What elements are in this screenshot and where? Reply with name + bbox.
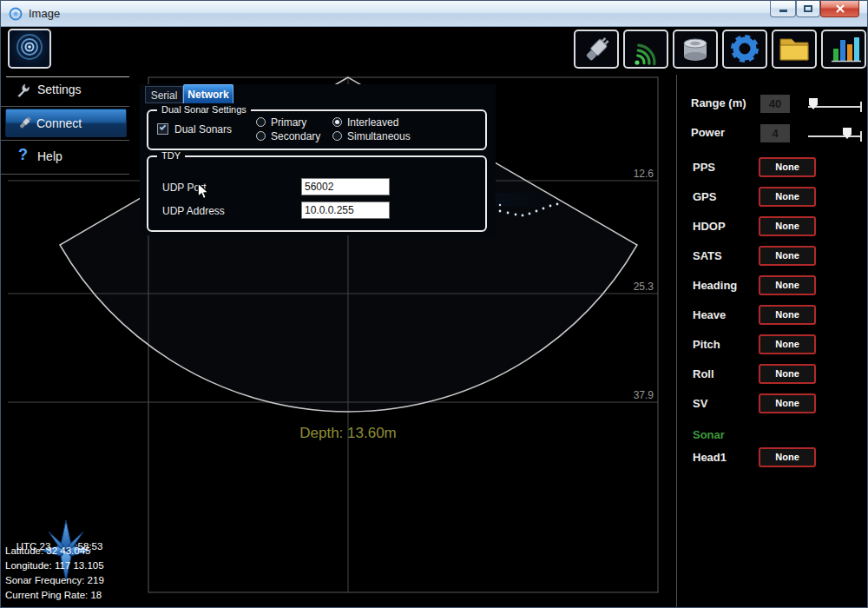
window-icon <box>9 7 23 21</box>
sidebar-divider <box>1 140 129 141</box>
power-value: 4 <box>760 124 790 142</box>
sensor-label-hdop: HDOP <box>693 220 726 233</box>
range-label: Range (m) <box>691 96 746 109</box>
sensor-label-pitch: Pitch <box>693 338 720 351</box>
sidebar-item-label: Settings <box>37 83 82 96</box>
sensor-label-pps: PPS <box>693 161 715 174</box>
maximize-button[interactable] <box>796 1 820 17</box>
range-slider-handle[interactable] <box>809 98 818 109</box>
sensor-label-roll: Roll <box>693 367 714 380</box>
dual-sonars-label: Dual Sonars <box>174 123 232 135</box>
sidebar-item-label: Connect <box>36 116 82 130</box>
status-sonar-frequency: Sonar Frequency: 219 <box>5 575 104 585</box>
sensor-label-gps: GPS <box>693 190 716 203</box>
gear-icon <box>724 31 766 67</box>
tab-network[interactable]: Network <box>183 84 233 103</box>
right-panel: Range (m) 40 Power 4 PPS None GPS None H… <box>678 75 867 607</box>
help-question-icon: ? <box>18 146 28 164</box>
radio-secondary-label: Secondary <box>271 130 320 142</box>
toolbar-files-button[interactable] <box>772 30 817 69</box>
status-latitude: Latitude: 32 43.045 <box>5 545 90 556</box>
minimize-button[interactable] <box>770 1 796 17</box>
toolbar-disk-button[interactable] <box>673 30 718 69</box>
sidebar-divider <box>1 106 129 107</box>
radio-interleaved-label: Interleaved <box>347 116 398 129</box>
check-icon <box>160 123 167 130</box>
settings-panel: Serial Network Dual Sonar Settings Dual … <box>140 84 496 235</box>
range-label-1: 12.6 <box>634 168 654 180</box>
udp-address-input[interactable] <box>301 202 390 219</box>
sensor-button-sats[interactable]: None <box>759 246 816 266</box>
dual-sonars-checkbox[interactable] <box>157 123 168 135</box>
head1-label: Head1 <box>693 451 727 464</box>
right-panel-divider <box>676 75 677 607</box>
sensor-button-hdop[interactable]: None <box>759 216 816 236</box>
bars-icon <box>823 31 865 67</box>
sensor-button-heading[interactable]: None <box>759 275 816 295</box>
sensor-button-pps[interactable]: None <box>759 157 816 177</box>
range-slider-end <box>860 102 862 112</box>
power-slider-track[interactable] <box>808 135 862 137</box>
udp-address-label: UDP Address <box>162 205 225 217</box>
status-ping-rate: Current Ping Rate: 18 <box>5 590 102 600</box>
sensor-button-gps[interactable]: None <box>759 187 816 207</box>
sidebar-divider <box>1 174 129 175</box>
toolbar-settings-button[interactable] <box>722 30 767 69</box>
udp-port-input[interactable] <box>301 178 390 195</box>
radio-interleaved[interactable] <box>332 117 342 127</box>
sensor-button-roll[interactable]: None <box>759 364 816 384</box>
connect-plug-icon <box>16 115 33 132</box>
sensor-label-heave: Heave <box>693 308 726 321</box>
toolbar-connector-button[interactable] <box>574 30 619 69</box>
sonar-rings-icon <box>10 30 49 67</box>
sensor-label-sv: SV <box>693 397 707 410</box>
group-legend: TDY <box>157 150 185 161</box>
app-logo <box>8 29 51 69</box>
toolbar-chart-button[interactable] <box>821 30 866 69</box>
sidebar-top-divider <box>6 76 129 77</box>
group-legend: Dual Sonar Settings <box>157 104 251 115</box>
range-label-2: 25.3 <box>634 281 654 293</box>
sensor-button-pitch[interactable]: None <box>759 334 816 354</box>
sonar-waves-icon <box>625 31 667 67</box>
window-title: Image <box>29 7 60 20</box>
sidebar-item-connect[interactable]: Connect <box>5 109 127 137</box>
range-label-3: 37.9 <box>634 389 654 401</box>
mouse-cursor <box>197 183 210 200</box>
dual-sonar-settings-group: Dual Sonar Settings Dual Sonars Primary … <box>147 109 487 150</box>
status-longitude: Longitude: 117 13.105 <box>5 560 104 571</box>
app-window: 12.6 25.3 37.9 Depth: 13.60m Image <box>0 0 868 608</box>
sidebar-item-label: Help <box>37 149 62 163</box>
radio-secondary[interactable] <box>256 131 266 141</box>
maximize-icon <box>804 5 812 12</box>
toolbar-sonar-button[interactable] <box>623 30 668 69</box>
depth-readout: Depth: 13.60m <box>299 425 397 441</box>
wrench-icon <box>15 82 32 99</box>
sonar-section-label: Sonar <box>693 428 725 441</box>
radio-primary-label: Primary <box>271 116 306 129</box>
radio-simultaneous-label: Simultaneous <box>347 130 411 142</box>
head1-button[interactable]: None <box>759 447 816 467</box>
power-slider-end <box>860 131 862 142</box>
sensor-label-sats: SATS <box>693 249 722 262</box>
power-slider-handle[interactable] <box>843 128 852 139</box>
folder-icon <box>773 31 815 67</box>
power-label: Power <box>691 126 725 139</box>
range-value: 40 <box>760 95 790 113</box>
radio-simultaneous[interactable] <box>332 131 342 141</box>
radio-primary[interactable] <box>256 117 266 127</box>
sensor-label-heading: Heading <box>693 279 737 292</box>
sensor-button-sv[interactable]: None <box>759 393 816 413</box>
minimize-icon <box>779 10 787 12</box>
connector-icon <box>575 31 617 67</box>
tab-serial[interactable]: Serial <box>145 86 183 103</box>
disk-icon <box>674 31 716 67</box>
close-button[interactable] <box>820 1 859 17</box>
title-bar[interactable]: Image <box>1 1 867 27</box>
sensor-button-heave[interactable]: None <box>759 305 816 325</box>
